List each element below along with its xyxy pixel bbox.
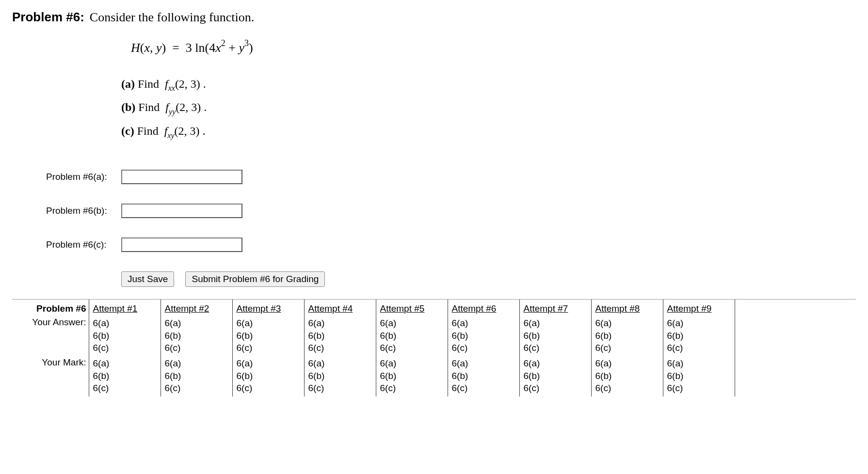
answer-input-c[interactable]	[121, 237, 242, 252]
part-text: Find fxx(2, 3) .	[138, 78, 206, 90]
mark-cell: 6(a)6(b)6(c)	[89, 356, 161, 396]
answer-row-b: Problem #6(b):	[46, 204, 856, 218]
attempt-header[interactable]: Attempt #7	[519, 300, 591, 316]
part-label: (c)	[121, 125, 134, 137]
problem-intro: Consider the following function.	[90, 10, 254, 24]
answer-label: Problem #6(a):	[46, 172, 121, 182]
mark-cell: 6(a)6(b)6(c)	[304, 356, 376, 396]
attempts-corner-label: Problem #6	[12, 300, 89, 316]
attempt-header[interactable]: Attempt #4	[304, 300, 376, 316]
answer-cell: 6(a)6(b)6(c)	[519, 316, 591, 356]
attempt-header[interactable]: Attempt #1	[89, 300, 161, 316]
mark-cell: 6(a)6(b)6(c)	[161, 356, 232, 396]
button-row: Just Save Submit Problem #6 for Grading	[121, 271, 856, 287]
part-label: (a)	[121, 78, 135, 90]
answer-label: Problem #6(b):	[46, 205, 121, 216]
problem-parts: (a) Find fxx(2, 3) . (b) Find fyy(2, 3) …	[121, 72, 856, 143]
answer-cell: 6(a)6(b)6(c)	[663, 316, 735, 356]
answer-input-a[interactable]	[121, 170, 242, 184]
attempt-header[interactable]: Attempt #9	[663, 300, 735, 316]
mark-cell: 6(a)6(b)6(c)	[663, 356, 735, 396]
answer-row-a: Problem #6(a):	[46, 170, 856, 184]
just-save-button[interactable]: Just Save	[121, 271, 174, 287]
part-text: Find fyy(2, 3) .	[138, 101, 207, 113]
answer-cell: 6(a)6(b)6(c)	[376, 316, 448, 356]
mark-cell: 6(a)6(b)6(c)	[519, 356, 591, 396]
mark-cell: 6(a)6(b)6(c)	[376, 356, 448, 396]
row-label-answer: Your Answer:	[12, 316, 89, 356]
your-mark-row: Your Mark: 6(a)6(b)6(c) 6(a)6(b)6(c) 6(a…	[12, 356, 735, 396]
answer-cell: 6(a)6(b)6(c)	[89, 316, 161, 356]
mark-cell: 6(a)6(b)6(c)	[232, 356, 304, 396]
answer-label: Problem #6(c):	[46, 239, 121, 250]
attempt-header[interactable]: Attempt #2	[161, 300, 232, 316]
problem-part-b: (b) Find fyy(2, 3) .	[121, 95, 856, 119]
attempts-header-row: Problem #6 Attempt #1 Attempt #2 Attempt…	[12, 300, 735, 316]
problem-title: Problem #6:	[12, 10, 84, 24]
answer-cell: 6(a)6(b)6(c)	[304, 316, 376, 356]
answer-cell: 6(a)6(b)6(c)	[161, 316, 232, 356]
answer-cell: 6(a)6(b)6(c)	[448, 316, 519, 356]
mark-cell: 6(a)6(b)6(c)	[448, 356, 519, 396]
part-label: (b)	[121, 101, 135, 113]
problem-header: Problem #6: Consider the following funct…	[12, 10, 856, 25]
answer-row-c: Problem #6(c):	[46, 237, 856, 252]
answer-cell: 6(a)6(b)6(c)	[232, 316, 304, 356]
problem-part-a: (a) Find fxx(2, 3) .	[121, 72, 856, 96]
answer-input-b[interactable]	[121, 204, 242, 218]
submit-button[interactable]: Submit Problem #6 for Grading	[185, 271, 325, 287]
problem-equation: H(x, y) = 3 ln(4x2 + y3)	[131, 39, 856, 55]
attempt-header[interactable]: Attempt #6	[448, 300, 519, 316]
mark-cell: 6(a)6(b)6(c)	[591, 356, 663, 396]
answer-cell: 6(a)6(b)6(c)	[591, 316, 663, 356]
attempt-header[interactable]: Attempt #3	[232, 300, 304, 316]
answer-section: Problem #6(a): Problem #6(b): Problem #6…	[46, 170, 856, 252]
your-answer-row: Your Answer: 6(a)6(b)6(c) 6(a)6(b)6(c) 6…	[12, 316, 735, 356]
attempt-header[interactable]: Attempt #8	[591, 300, 663, 316]
attempts-table: Problem #6 Attempt #1 Attempt #2 Attempt…	[12, 300, 735, 396]
part-text: Find fxy(2, 3) .	[137, 125, 206, 137]
attempt-header[interactable]: Attempt #5	[376, 300, 448, 316]
problem-part-c: (c) Find fxy(2, 3) .	[121, 119, 856, 143]
attempts-section: Problem #6 Attempt #1 Attempt #2 Attempt…	[12, 299, 856, 396]
row-label-mark: Your Mark:	[12, 356, 89, 396]
